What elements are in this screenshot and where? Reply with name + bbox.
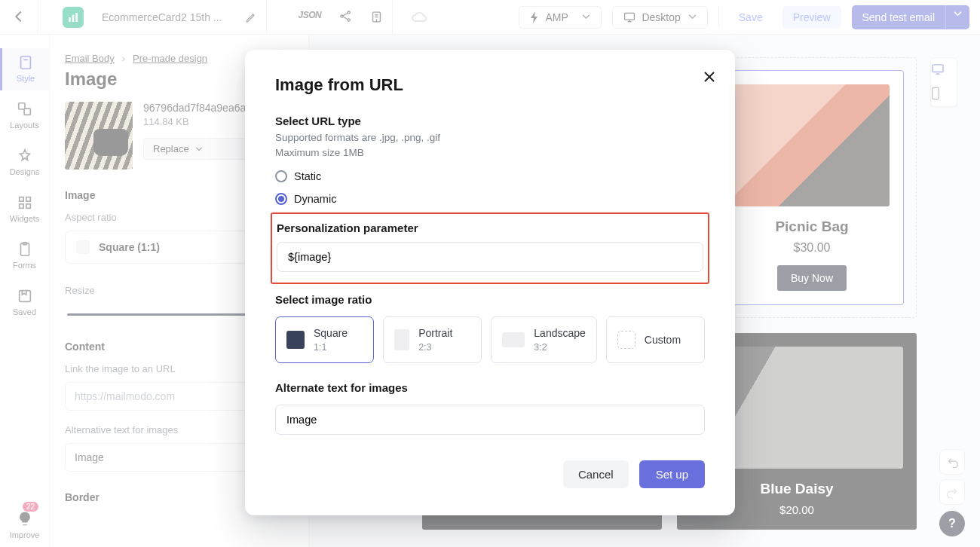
modal-alt-text-input[interactable] [275,405,705,435]
square-shape-icon [286,331,305,349]
ratio-square[interactable]: Square1:1 [275,316,374,363]
ratio-portrait-label: Portrait [418,327,452,339]
image-from-url-modal: Image from URL Select URL type Supported… [245,50,735,515]
personalization-input[interactable] [277,242,703,272]
ratio-landscape[interactable]: Landscape3:2 [491,316,597,363]
portrait-shape-icon [394,329,409,350]
radio-static[interactable]: Static [275,170,705,182]
personalization-highlight: Personalization parameter [271,212,709,284]
radio-selected-icon [275,193,287,205]
landscape-shape-icon [502,332,525,347]
personalization-heading: Personalization parameter [277,222,703,234]
ratio-portrait[interactable]: Portrait2:3 [383,316,482,363]
modal-footer: Cancel Set up [275,460,705,488]
radio-dynamic[interactable]: Dynamic [275,193,705,205]
setup-button[interactable]: Set up [639,460,705,488]
cancel-button[interactable]: Cancel [563,460,629,488]
ratio-square-sub: 1:1 [314,342,326,353]
alt-text-heading: Alternate text for images [275,381,705,394]
ratio-options: Square1:1 Portrait2:3 Landscape3:2 Custo… [275,316,705,363]
modal-title: Image from URL [275,75,705,95]
ratio-custom[interactable]: Custom [606,316,705,363]
supported-formats-hint: Supported formats are .jpg, .png, .gif [275,130,705,145]
radio-icon [275,170,287,182]
radio-static-label: Static [294,170,321,182]
ratio-heading: Select image ratio [275,293,705,306]
close-icon[interactable] [703,71,715,83]
ratio-portrait-sub: 2:3 [418,342,431,353]
url-type-heading: Select URL type [275,115,705,127]
radio-dynamic-label: Dynamic [294,193,336,205]
max-size-hint: Maximum size 1MB [275,145,705,160]
ratio-landscape-label: Landscape [534,327,586,339]
ratio-square-label: Square [314,327,348,339]
custom-shape-icon [617,331,635,349]
ratio-landscape-sub: 3:2 [534,342,547,353]
ratio-custom-label: Custom [645,334,681,346]
